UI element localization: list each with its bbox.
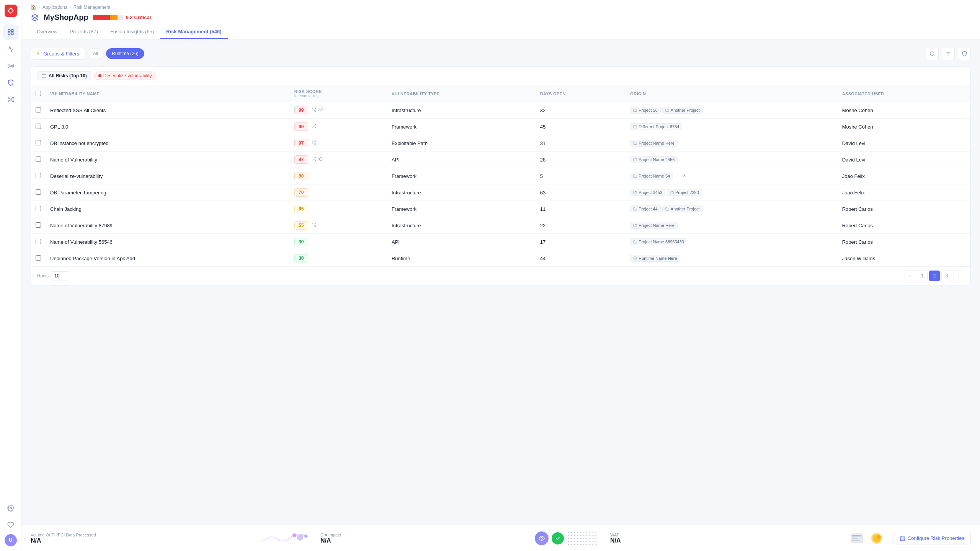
tab-fusion-insights[interactable]: Fusion Insights (65) bbox=[104, 25, 160, 39]
metric-cia-value: N/A bbox=[320, 537, 341, 544]
svg-point-88 bbox=[877, 535, 881, 539]
th-days-open: Days Open bbox=[536, 85, 626, 102]
shield-button[interactable] bbox=[958, 47, 971, 60]
row-checkbox-4[interactable] bbox=[36, 173, 41, 178]
cell-associated-user: Robert Carlos bbox=[838, 234, 970, 250]
sidebar-item-risk[interactable] bbox=[3, 75, 18, 90]
row-checkbox-8[interactable] bbox=[36, 239, 41, 244]
cell-days-open: 11 bbox=[536, 201, 626, 217]
row-checkbox-6[interactable] bbox=[36, 206, 41, 211]
cell-vuln-name: Name of Vulnerability bbox=[46, 152, 290, 168]
svg-point-71 bbox=[595, 541, 596, 542]
svg-point-81 bbox=[595, 544, 596, 545]
cell-origin: Project Name Here bbox=[626, 217, 837, 234]
cell-origin: Project Name 88963433 bbox=[626, 234, 837, 250]
sidebar-item-dashboard[interactable] bbox=[3, 24, 18, 40]
project-tag[interactable]: Different Project 8754 bbox=[630, 123, 682, 130]
cell-vuln-name: DB Parameter Tampering bbox=[46, 184, 290, 201]
svg-point-76 bbox=[580, 544, 581, 545]
svg-point-8 bbox=[8, 101, 9, 102]
score-eye-icon[interactable] bbox=[318, 107, 323, 113]
page-2-button[interactable]: 2 bbox=[929, 271, 940, 281]
project-tag[interactable]: Project 3453 bbox=[630, 189, 665, 196]
cia-dots-visual bbox=[567, 531, 598, 546]
page-1-button[interactable]: 1 bbox=[917, 271, 928, 281]
active-filter-tag[interactable]: Deserialize-vulnerability bbox=[94, 72, 156, 80]
rows-per-page: Rows 10 25 50 bbox=[37, 271, 69, 280]
configure-risk-properties-button[interactable]: Configure Risk Properties bbox=[893, 532, 971, 544]
table-row: Reflected XSS All Clients99 Infrastructu… bbox=[31, 102, 970, 119]
search-button[interactable] bbox=[926, 47, 939, 60]
score-split-icon[interactable] bbox=[311, 140, 316, 146]
score-split-icon[interactable] bbox=[311, 124, 316, 130]
sidebar-logo[interactable] bbox=[5, 5, 17, 17]
groups-filters-button[interactable]: Groups & Filters bbox=[31, 48, 84, 60]
svg-point-77 bbox=[583, 544, 584, 545]
svg-point-52 bbox=[568, 538, 569, 539]
breadcrumb: 🏠 › Applications › Risk Management bbox=[31, 0, 971, 13]
rows-select[interactable]: 10 25 50 bbox=[51, 271, 69, 280]
svg-point-69 bbox=[589, 541, 590, 542]
cell-vuln-name: Unpinned Package Version in Apk Add bbox=[46, 250, 290, 267]
svg-point-27 bbox=[292, 533, 296, 537]
project-tag[interactable]: Project Name Here bbox=[630, 222, 678, 229]
project-tag[interactable]: Project 56 bbox=[630, 107, 661, 114]
breadcrumb-applications[interactable]: Applications bbox=[42, 5, 67, 10]
row-checkbox-5[interactable] bbox=[36, 189, 41, 195]
svg-point-44 bbox=[574, 535, 575, 536]
page-3-button[interactable]: 3 bbox=[941, 271, 952, 281]
score-split-icon[interactable] bbox=[311, 156, 316, 163]
row-checkbox-1[interactable] bbox=[36, 124, 41, 129]
row-checkbox-9[interactable] bbox=[36, 255, 41, 261]
home-icon[interactable]: 🏠 bbox=[31, 5, 36, 10]
pill-runtime[interactable]: Runtime (26) bbox=[106, 48, 144, 59]
app-name: MyShopApp bbox=[44, 13, 88, 22]
sidebar-item-settings[interactable] bbox=[3, 500, 18, 516]
pill-all[interactable]: All bbox=[87, 48, 104, 59]
user-avatar[interactable]: U bbox=[5, 534, 17, 546]
project-tag[interactable]: Project 44 bbox=[630, 205, 661, 212]
risks-table-card: All Risks (Top 10) Deserialize-vulnerabi… bbox=[31, 66, 971, 285]
project-tag[interactable]: Project Name 4556 bbox=[630, 156, 678, 163]
breadcrumb-risk-management[interactable]: Risk Management bbox=[74, 5, 111, 10]
table-footer: Rows 10 25 50 ‹ 1 2 3 › bbox=[31, 266, 970, 285]
cell-associated-user: Robert Carlos bbox=[838, 217, 970, 234]
svg-rect-1 bbox=[11, 29, 13, 31]
score-globe-icon[interactable] bbox=[318, 156, 323, 163]
row-checkbox-0[interactable] bbox=[36, 107, 41, 112]
svg-point-50 bbox=[592, 535, 593, 536]
project-tag[interactable]: Another Project bbox=[662, 205, 703, 212]
select-all-checkbox[interactable] bbox=[36, 91, 41, 96]
svg-point-68 bbox=[586, 541, 587, 542]
runtime-tag[interactable]: Runtime Name Here bbox=[630, 255, 680, 262]
prev-page-button[interactable]: ‹ bbox=[905, 271, 915, 281]
sidebar-item-network[interactable] bbox=[3, 92, 18, 107]
risk-badge: 99 bbox=[294, 122, 308, 131]
table-row: DB instance not encrypted97 Exploitable … bbox=[31, 135, 970, 152]
tab-overview[interactable]: Overview bbox=[31, 25, 64, 39]
svg-point-56 bbox=[580, 538, 581, 539]
table-row: Chain Jacking65Framework11 Project 44 An… bbox=[31, 201, 970, 217]
filter-button[interactable] bbox=[942, 47, 955, 60]
row-checkbox-2[interactable] bbox=[36, 140, 41, 145]
score-split-icon[interactable] bbox=[311, 222, 316, 228]
score-split-icon[interactable] bbox=[311, 107, 316, 113]
row-checkbox-3[interactable] bbox=[36, 156, 41, 162]
row-checkbox-7[interactable] bbox=[36, 222, 41, 228]
sidebar-item-analytics[interactable] bbox=[3, 41, 18, 57]
project-tag[interactable]: Project Name 54 bbox=[630, 173, 673, 179]
svg-line-10 bbox=[9, 98, 10, 99]
tab-risk-management[interactable]: Risk Management (546) bbox=[160, 25, 228, 39]
next-page-button[interactable]: › bbox=[954, 271, 964, 281]
svg-point-33 bbox=[571, 531, 572, 533]
sidebar-item-modules[interactable] bbox=[3, 58, 18, 73]
sidebar-item-plugins[interactable] bbox=[3, 517, 18, 533]
project-tag[interactable]: Another Project bbox=[662, 107, 703, 114]
project-tag[interactable]: Project 2290 bbox=[667, 189, 702, 196]
project-tag[interactable]: Project Name Here bbox=[630, 140, 678, 147]
risk-badge: 55 bbox=[294, 221, 308, 230]
svg-point-58 bbox=[586, 538, 587, 539]
project-tag[interactable]: Project Name 88963433 bbox=[630, 238, 687, 245]
tab-projects[interactable]: Projects (87) bbox=[64, 25, 104, 39]
metric-waf: WAF N/A bbox=[604, 530, 893, 547]
